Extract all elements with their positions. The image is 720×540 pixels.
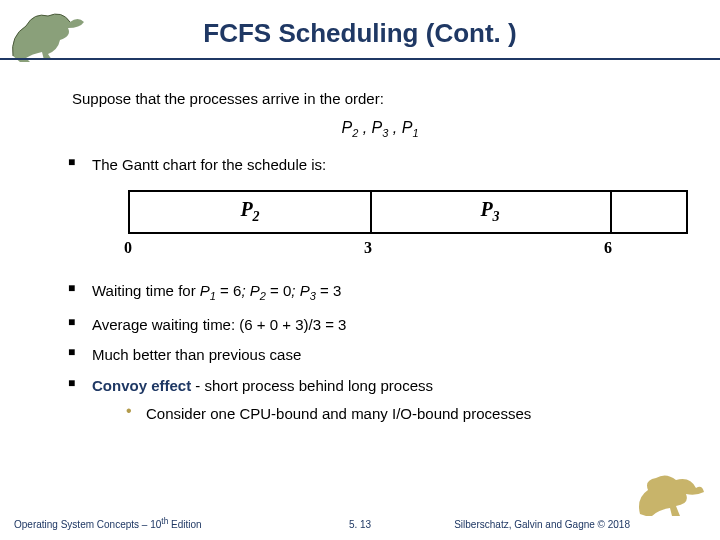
gantt-bar-row: P2 P3 <box>128 190 688 234</box>
gantt-cell-p3: P3 <box>370 192 612 232</box>
dinosaur-icon <box>636 470 706 518</box>
gantt-cell-p1-cut <box>610 192 688 232</box>
gantt-cell-p2: P2 <box>130 192 372 232</box>
process-order: P2 , P3 , P1 <box>60 116 700 142</box>
footer-right: Silberschatz, Galvin and Gagne © 2018 <box>454 519 630 530</box>
bullet-avg-wait: Average waiting time: (6 + 0 + 3)/3 = 3 <box>64 314 700 336</box>
slide-body: Suppose that the processes arrive in the… <box>60 88 700 434</box>
bullet-gantt-intro: The Gantt chart for the schedule is: P2 … <box>64 154 700 254</box>
gantt-chart: P2 P3 0 3 6 <box>128 190 700 254</box>
bullet-waiting-time: Waiting time for P1 = 6; P2 = 0; P3 = 3 <box>64 280 700 305</box>
bullet-much-better: Much better than previous case <box>64 344 700 366</box>
title-underline <box>0 58 720 60</box>
intro-text: Suppose that the processes arrive in the… <box>60 88 700 110</box>
gantt-tick-3: 3 <box>364 236 372 259</box>
gantt-tick-0: 0 <box>124 236 132 259</box>
gantt-tick-6: 6 <box>604 236 612 259</box>
bullet-convoy: Convoy effect - short process behind lon… <box>64 375 700 425</box>
slide: FCFS Scheduling (Cont. ) Suppose that th… <box>0 0 720 540</box>
bullet-convoy-sub: Consider one CPU-bound and many I/O-boun… <box>120 403 700 425</box>
bullet-list: The Gantt chart for the schedule is: P2 … <box>60 154 700 425</box>
convoy-effect-label: Convoy effect <box>92 377 191 394</box>
slide-title: FCFS Scheduling (Cont. ) <box>0 18 720 49</box>
